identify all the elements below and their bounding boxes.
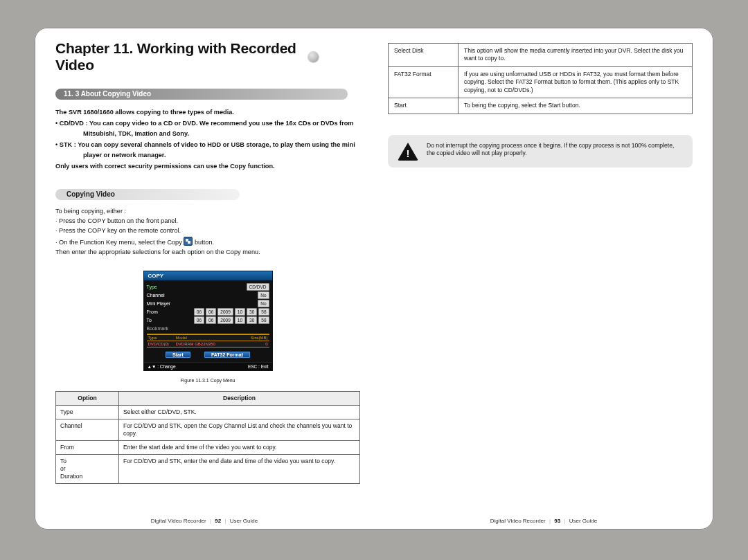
right-page: Select Disk This option will show the me… bbox=[388, 40, 693, 505]
footer-right: Digital Video Recorder | 93 | User Guide bbox=[490, 518, 597, 524]
intro-block: The SVR 1680/1660 allows copying to thre… bbox=[55, 105, 360, 174]
subsection-heading: Copying Video bbox=[55, 189, 240, 200]
warning-triangle-icon bbox=[398, 143, 418, 161]
copy-start-button: Start bbox=[165, 351, 191, 359]
options-header-1: Option bbox=[56, 391, 119, 405]
bullet-dot-icon bbox=[308, 52, 319, 62]
chapter-title-bar: Chapter 11. Working with Recorded Video bbox=[55, 40, 319, 73]
table-row: From Enter the start date and time of th… bbox=[56, 440, 360, 454]
step-2: · Press the COPY key on the remote contr… bbox=[55, 226, 360, 235]
step-1: · Press the COPY button on the front pan… bbox=[55, 217, 360, 225]
intro-bullet-1b: Mitsubishi, TDK, Imation and Sony. bbox=[55, 129, 360, 138]
copy-table-header: Type Model Size(MB) bbox=[147, 334, 269, 341]
copy-row-to: To 06 06 2009 10 30 58 bbox=[147, 317, 269, 324]
intro-bullet-1: • CD/DVD : You can copy video to a CD or… bbox=[55, 119, 360, 127]
warning-box: Do not interrupt the copying process onc… bbox=[388, 135, 693, 168]
copy-row-mini: Mini Player No bbox=[147, 300, 269, 307]
copy-fat32-button: FAT32 Format bbox=[204, 351, 251, 359]
options-table: Option Description Type Select either CD… bbox=[55, 391, 360, 484]
chapter-title: Chapter 11. Working with Recorded Video bbox=[55, 40, 301, 73]
footer-left: Digital Video Recorder | 92 | User Guide bbox=[151, 518, 258, 524]
copy-row-channel: Channel No bbox=[147, 292, 269, 299]
figure-caption: Figure 11.3.1 Copy Menu bbox=[55, 378, 360, 383]
intro-bullet-2b: player or network manager. bbox=[55, 151, 360, 159]
steps-block: To being copying, either : · Press the C… bbox=[55, 206, 360, 258]
table-row: Type Select either CD/DVD, STK. bbox=[56, 405, 360, 419]
table-row: FAT32 Format If you are using unformatte… bbox=[389, 66, 693, 98]
copy-menu-title: COPY bbox=[144, 271, 272, 280]
copy-menu-figure: COPY Type CD/DVD Channel No Mini Player … bbox=[143, 271, 273, 371]
page-spread: Chapter 11. Working with Recorded Video … bbox=[35, 28, 713, 530]
copy-table-row: DVD/CD(0) DVDRAM GB22N350 0 bbox=[147, 341, 269, 347]
copy-function-icon bbox=[184, 237, 193, 246]
copy-row-type: Type CD/DVD bbox=[147, 284, 269, 291]
right-options-table: Select Disk This option will show the me… bbox=[388, 43, 693, 114]
copy-menu-footer: ▲▼ : Change ESC : Exit bbox=[144, 362, 272, 370]
intro-bullet-2: • STK : You can copy several channels of… bbox=[55, 141, 360, 149]
step-3: · On the Function Key menu, select the C… bbox=[55, 237, 360, 246]
copy-row-from: From 06 06 2009 10 30 58 bbox=[147, 309, 269, 316]
table-row: Start To being the copying, select the S… bbox=[389, 98, 693, 114]
table-row: Select Disk This option will show the me… bbox=[389, 44, 693, 67]
copy-row-bookmark: Bookmark bbox=[147, 325, 269, 332]
table-row: To or Duration For CD/DVD and STK, enter… bbox=[56, 454, 360, 483]
step-4: Then enter the appropriate selections fo… bbox=[55, 248, 360, 256]
section-heading: 11. 3 About Copying Video bbox=[55, 89, 348, 100]
left-page: Chapter 11. Working with Recorded Video … bbox=[55, 40, 360, 505]
warning-text: Do not interrupt the copying process onc… bbox=[427, 142, 683, 158]
intro-lead: The SVR 1680/1660 allows copying to thre… bbox=[55, 108, 360, 116]
table-row: Channel For CD/DVD and STK, open the Cop… bbox=[56, 419, 360, 440]
options-header-2: Description bbox=[119, 391, 360, 405]
step-0: To being copying, either : bbox=[55, 207, 360, 215]
intro-note: Only users with correct security permiss… bbox=[55, 162, 360, 170]
page-footer: Digital Video Recorder | 92 | User Guide… bbox=[35, 518, 713, 524]
